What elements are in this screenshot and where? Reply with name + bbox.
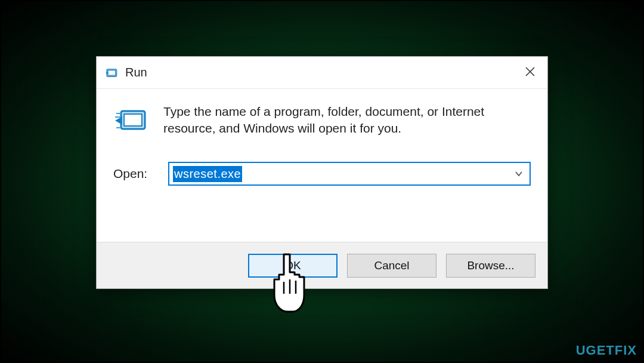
open-label: Open: — [113, 167, 155, 181]
browse-button[interactable]: Browse... — [446, 254, 535, 278]
close-icon — [525, 65, 535, 81]
dialog-title: Run — [125, 66, 147, 79]
close-button[interactable] — [513, 57, 547, 89]
open-combobox[interactable]: wsreset.exe — [168, 162, 531, 186]
ok-button[interactable]: OK — [248, 254, 338, 278]
cancel-button[interactable]: Cancel — [347, 254, 436, 278]
combobox-dropdown-button[interactable] — [508, 163, 530, 184]
open-field-row: Open: wsreset.exe — [113, 162, 531, 186]
description-row: Type the name of a program, folder, docu… — [113, 102, 531, 139]
run-titlebar-icon — [105, 66, 119, 80]
open-input-value: wsreset.exe — [173, 166, 242, 182]
description-text: Type the name of a program, folder, docu… — [163, 102, 531, 137]
dialog-body: Type the name of a program, folder, docu… — [97, 89, 547, 192]
svg-rect-5 — [124, 114, 142, 126]
watermark: UGETFIX — [576, 343, 637, 358]
open-input[interactable]: wsreset.exe — [169, 163, 508, 184]
titlebar: Run — [97, 57, 547, 89]
button-row: OK Cancel Browse... — [97, 242, 547, 288]
svg-rect-1 — [108, 70, 115, 75]
run-dialog: Run Type the name of — [96, 56, 548, 289]
run-icon — [113, 102, 150, 139]
chevron-down-icon — [514, 169, 524, 179]
